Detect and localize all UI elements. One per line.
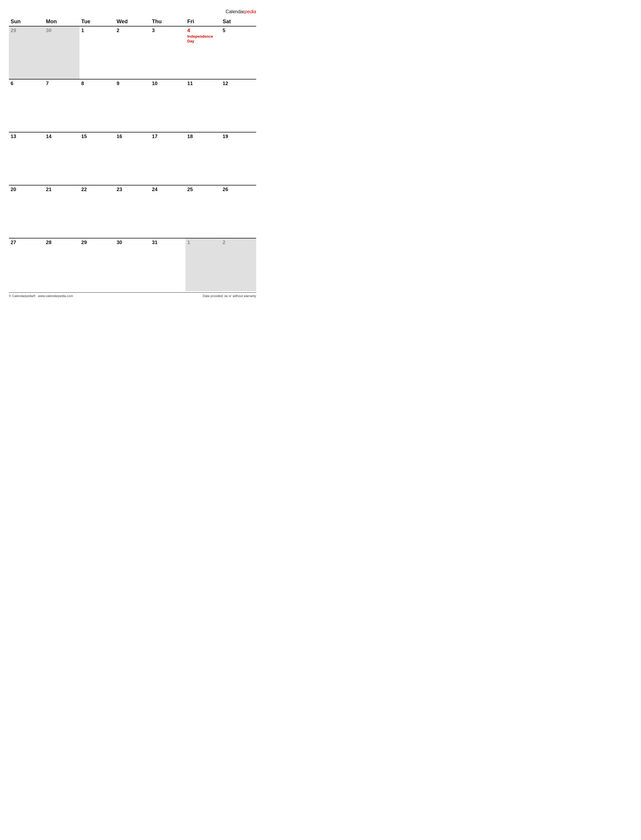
calendar-day: 12 [221, 79, 256, 132]
date-number: 5 [222, 28, 225, 33]
calendar-day: 29 [9, 26, 44, 79]
holiday-label: Independence Day [187, 34, 219, 43]
calendar-day: 22 [79, 185, 115, 238]
calendar-day: 18 [185, 132, 221, 185]
brand-logo: Calendarpedia [225, 9, 256, 14]
calendar-day: 23 [115, 185, 150, 238]
calendar-day: 21 [44, 185, 79, 238]
week-row-1: 6789101112 [9, 79, 256, 132]
page-header: Calendarpedia [9, 9, 256, 14]
date-number: 1 [187, 240, 190, 245]
calendar-day: 25 [185, 185, 221, 238]
date-number: 12 [222, 80, 228, 86]
calendar-day: 20 [9, 185, 44, 238]
date-number: 3 [152, 28, 155, 33]
calendar-day: 2 [221, 238, 256, 291]
date-number: 2 [117, 28, 119, 33]
calendar-day: 5 [221, 26, 256, 79]
date-number: 20 [11, 187, 16, 192]
day-header-fri: Fri [185, 18, 221, 26]
date-number: 29 [11, 28, 16, 33]
day-header-tue: Tue [79, 18, 115, 26]
calendar-day: 30 [115, 238, 150, 291]
footer-url: www.calendarpedia.com [38, 294, 73, 298]
date-number: 18 [187, 134, 193, 139]
calendar-day: 16 [115, 132, 150, 185]
calendar-day: 8 [79, 79, 115, 132]
footer-disclaimer: Data provided 'as is' without warranty [203, 294, 256, 298]
calendar-header: SunMonTueWedThuFriSat [9, 18, 256, 26]
day-header-sun: Sun [9, 18, 44, 26]
date-number: 29 [81, 240, 87, 245]
calendar-table: SunMonTueWedThuFriSat 29301234Independen… [9, 18, 256, 291]
footer-copyright: © Calendarpedia® [9, 294, 35, 298]
date-number: 16 [117, 134, 122, 139]
calendar-day: 24 [150, 185, 185, 238]
week-row-3: 20212223242526 [9, 185, 256, 238]
calendar-day: 6 [9, 79, 44, 132]
calendar-day: 2 [115, 26, 150, 79]
day-headers-row: SunMonTueWedThuFriSat [9, 18, 256, 26]
date-number: 11 [187, 80, 193, 86]
page-footer: © Calendarpedia® www.calendarpedia.com D… [9, 292, 256, 298]
day-header-sat: Sat [221, 18, 256, 26]
week-row-2: 13141516171819 [9, 132, 256, 185]
date-number: 2 [222, 240, 225, 245]
calendar-day: 7 [44, 79, 79, 132]
date-number: 6 [11, 80, 13, 86]
calendar-day: 29 [79, 238, 115, 291]
week-row-0: 29301234Independence Day5 [9, 26, 256, 79]
calendar-day: 1 [185, 238, 221, 291]
calendar-day: 30 [44, 26, 79, 79]
calendar-day: 1 [79, 26, 115, 79]
brand-name: Calendarpedia [225, 9, 256, 14]
calendar-day: 26 [221, 185, 256, 238]
date-number: 21 [46, 187, 52, 192]
date-number: 9 [117, 80, 119, 86]
date-number: 14 [46, 134, 52, 139]
date-number: 10 [152, 80, 158, 86]
date-number: 28 [46, 240, 52, 245]
calendar-day: 3 [150, 26, 185, 79]
calendar-day: 27 [9, 238, 44, 291]
date-number: 8 [81, 80, 84, 86]
date-number: 1 [81, 28, 84, 33]
date-number: 31 [152, 240, 158, 245]
day-header-wed: Wed [115, 18, 150, 26]
calendar-day: 9 [115, 79, 150, 132]
calendar-day: 19 [221, 132, 256, 185]
date-number: 27 [11, 240, 16, 245]
calendar-day: 10 [150, 79, 185, 132]
date-number: 22 [81, 187, 87, 192]
date-number: 30 [117, 240, 122, 245]
footer-left: © Calendarpedia® www.calendarpedia.com [9, 294, 73, 298]
calendar-day: 15 [79, 132, 115, 185]
date-number: 23 [117, 187, 122, 192]
calendar-day: 31 [150, 238, 185, 291]
date-number: 19 [222, 134, 228, 139]
calendar-day: 11 [185, 79, 221, 132]
date-number: 30 [46, 28, 52, 33]
calendar-day: 4Independence Day [185, 26, 221, 79]
calendar-day: 13 [9, 132, 44, 185]
day-header-mon: Mon [44, 18, 79, 26]
date-number: 25 [187, 187, 193, 192]
day-header-thu: Thu [150, 18, 185, 26]
date-number: 7 [46, 80, 48, 86]
calendar-day: 28 [44, 238, 79, 291]
date-number: 17 [152, 134, 158, 139]
brand-italic: pedia [245, 9, 256, 14]
date-number: 26 [222, 187, 228, 192]
week-row-4: 272829303112 [9, 238, 256, 291]
date-number: 13 [11, 134, 16, 139]
calendar-body: 29301234Independence Day5678910111213141… [9, 26, 256, 291]
date-number: 15 [81, 134, 87, 139]
date-number: 4 [187, 28, 190, 33]
date-number: 24 [152, 187, 158, 192]
calendar-day: 14 [44, 132, 79, 185]
calendar-day: 17 [150, 132, 185, 185]
